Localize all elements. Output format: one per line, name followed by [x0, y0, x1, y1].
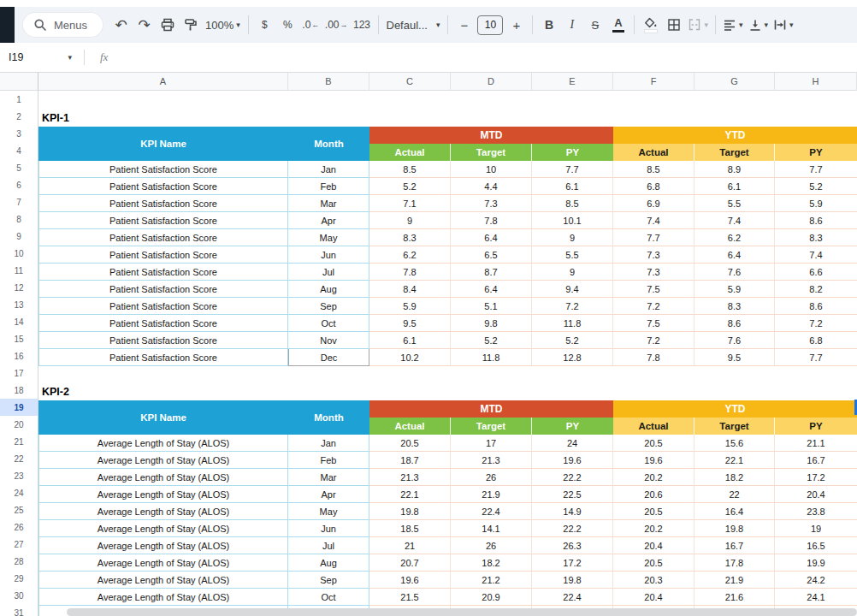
font-size-input[interactable]: 10 [477, 15, 503, 35]
zoom-select[interactable]: 100% ▾ [202, 13, 244, 37]
month-cell[interactable]: Mar [288, 195, 369, 212]
mtd-value-cell[interactable]: 8.5 [532, 195, 613, 212]
mtd-header[interactable]: MTD [369, 127, 613, 144]
month-cell[interactable]: Oct [288, 315, 369, 332]
ytd-header[interactable]: YTD [613, 127, 857, 144]
ytd-value-cell[interactable]: 20.2 [613, 469, 694, 486]
mtd-value-cell[interactable]: 19.8 [369, 503, 451, 520]
row-header-27[interactable]: 27 [0, 536, 38, 553]
kpi-name-cell[interactable]: Average Length of Stay (ALOS) [38, 435, 288, 452]
ytd-value-cell[interactable]: 24.2 [775, 572, 857, 589]
mtd-value-cell[interactable]: 6.1 [369, 332, 451, 349]
ytd-value-cell[interactable]: 7.4 [613, 212, 694, 229]
vertical-align-button[interactable]: ▾ [746, 13, 771, 37]
row-header-3[interactable]: 3 [0, 125, 38, 142]
kpi-name-cell[interactable]: Patient Satisfaction Score [38, 264, 288, 281]
ytd-value-cell[interactable]: 9.5 [694, 349, 775, 366]
row-header-23[interactable]: 23 [0, 467, 38, 484]
column-header-B[interactable]: B [288, 72, 369, 91]
ytd-value-cell[interactable]: 7.8 [613, 349, 694, 366]
horizontal-scrollbar[interactable] [67, 608, 857, 616]
ytd-value-cell[interactable]: 20.5 [613, 435, 694, 452]
number-format-button[interactable]: 123 [351, 13, 374, 37]
increase-font-size-button[interactable]: + [505, 13, 528, 37]
ytd-value-cell[interactable]: 7.3 [613, 246, 694, 264]
mtd-value-cell[interactable]: 9.4 [532, 281, 613, 298]
row-header-15[interactable]: 15 [0, 330, 38, 347]
mtd-value-cell[interactable]: 22.4 [532, 589, 613, 606]
mtd-value-cell[interactable]: 5.1 [451, 298, 532, 315]
kpi-name-cell[interactable]: Average Length of Stay (ALOS) [38, 589, 288, 606]
mtd-value-cell[interactable]: 7.3 [451, 195, 532, 212]
ytd-value-cell[interactable]: 7.2 [613, 298, 694, 315]
month-cell[interactable]: Apr [288, 486, 369, 503]
ytd-value-cell[interactable]: 6.4 [694, 246, 775, 264]
mtd-value-cell[interactable]: 20.7 [369, 554, 451, 572]
row-header-2[interactable]: 2 [0, 108, 38, 125]
mtd-value-cell[interactable]: 11.8 [451, 349, 532, 366]
mtd-value-cell[interactable]: 18.2 [451, 554, 532, 572]
kpi-name-cell[interactable]: Patient Satisfaction Score [38, 315, 288, 332]
kpi-name-cell[interactable]: Average Length of Stay (ALOS) [38, 469, 288, 486]
row-header-11[interactable]: 11 [0, 262, 38, 279]
mtd-sub-header-target[interactable]: Target [451, 144, 532, 161]
format-percent-button[interactable]: % [276, 13, 299, 37]
mtd-value-cell[interactable]: 10.2 [369, 349, 451, 366]
kpi-name-cell[interactable]: Patient Satisfaction Score [38, 212, 288, 229]
row-header-31[interactable]: 31 [0, 604, 38, 616]
ytd-value-cell[interactable]: 23.8 [775, 503, 857, 520]
ytd-value-cell[interactable]: 19.8 [694, 520, 775, 537]
month-cell[interactable]: Nov [288, 332, 369, 349]
name-box[interactable]: I19 ▾ [0, 51, 84, 63]
ytd-value-cell[interactable]: 7.3 [613, 264, 694, 281]
mtd-value-cell[interactable]: 21 [369, 537, 451, 554]
mtd-value-cell[interactable]: 20.5 [369, 435, 451, 452]
kpi-name-cell[interactable]: Patient Satisfaction Score [38, 178, 288, 195]
row-header-10[interactable]: 10 [0, 245, 38, 262]
mtd-value-cell[interactable]: 9 [369, 212, 451, 229]
italic-button[interactable]: I [560, 13, 583, 37]
column-header-F[interactable]: F [613, 72, 694, 91]
mtd-sub-header-py[interactable]: PY [532, 418, 613, 435]
kpi-name-cell[interactable]: Average Length of Stay (ALOS) [38, 503, 288, 520]
row-header-30[interactable]: 30 [0, 587, 38, 604]
row-header-5[interactable]: 5 [0, 159, 38, 176]
mtd-value-cell[interactable]: 6.1 [532, 178, 613, 195]
ytd-value-cell[interactable]: 20.6 [613, 486, 694, 503]
mtd-value-cell[interactable]: 7.1 [369, 195, 451, 212]
row-header-16[interactable]: 16 [0, 347, 38, 364]
bold-button[interactable]: B [537, 13, 560, 37]
month-cell[interactable]: Jul [288, 264, 369, 281]
ytd-value-cell[interactable]: 7.2 [613, 332, 694, 349]
month-cell[interactable]: Feb [288, 452, 369, 469]
column-header-E[interactable]: E [532, 72, 613, 91]
decrease-font-size-button[interactable]: − [452, 13, 476, 37]
ytd-value-cell[interactable]: 19.9 [775, 554, 857, 572]
column-header-G[interactable]: G [694, 72, 775, 91]
mtd-value-cell[interactable]: 21.3 [369, 469, 451, 486]
row-header-28[interactable]: 28 [0, 553, 38, 570]
row-header-21[interactable]: 21 [0, 433, 38, 450]
ytd-value-cell[interactable]: 16.4 [694, 503, 775, 520]
mtd-value-cell[interactable]: 14.9 [532, 503, 613, 520]
mtd-header[interactable]: MTD [369, 400, 613, 418]
month-cell[interactable]: Mar [288, 469, 369, 486]
menus-search[interactable]: Menus [23, 13, 103, 37]
ytd-value-cell[interactable]: 8.6 [694, 315, 775, 332]
mtd-value-cell[interactable]: 22.1 [369, 486, 451, 503]
ytd-value-cell[interactable]: 21.1 [775, 435, 857, 452]
mtd-value-cell[interactable]: 12.8 [532, 349, 613, 366]
row-header-13[interactable]: 13 [0, 296, 38, 313]
column-header-H[interactable]: H [775, 72, 857, 91]
merge-cells-button[interactable]: ▾ [685, 13, 711, 37]
ytd-value-cell[interactable]: 6.9 [613, 195, 694, 212]
kpi-name-cell[interactable]: Average Length of Stay (ALOS) [38, 452, 288, 469]
mtd-sub-header-py[interactable]: PY [532, 144, 613, 161]
mtd-value-cell[interactable]: 8.3 [369, 229, 451, 246]
month-cell[interactable]: Sep [288, 298, 369, 315]
mtd-value-cell[interactable]: 20.9 [451, 589, 532, 606]
month-cell[interactable]: Jul [288, 537, 369, 554]
ytd-value-cell[interactable]: 19 [775, 520, 857, 537]
row-header-1[interactable]: 1 [0, 91, 38, 108]
row-header-29[interactable]: 29 [0, 570, 38, 587]
